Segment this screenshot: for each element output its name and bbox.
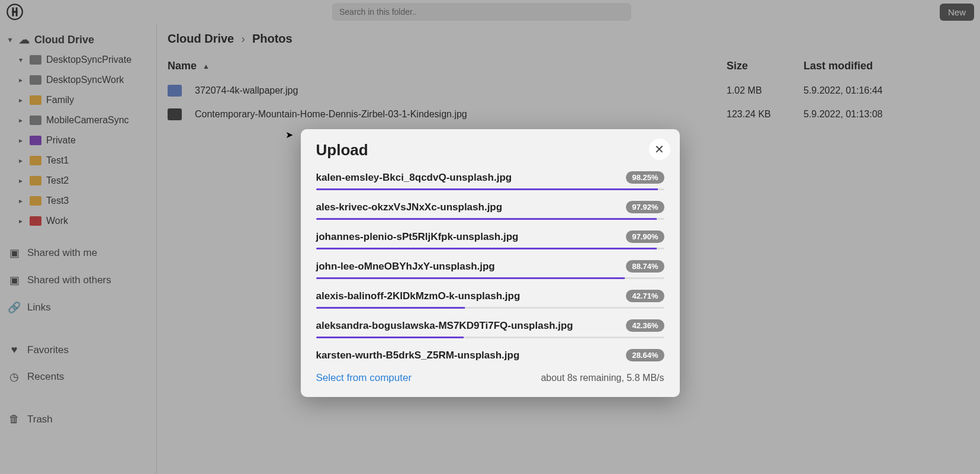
modal-title: Upload: [316, 141, 664, 159]
close-button[interactable]: ✕: [649, 139, 670, 160]
upload-item: ales-krivec-okzxVsJNxXc-unsplash.jpg97.9…: [316, 201, 664, 220]
modal-footer: Select from computer about 8s remaining,…: [316, 372, 664, 384]
upload-file-name: aleksandra-boguslawska-MS7KD9Ti7FQ-unspl…: [316, 320, 573, 332]
upload-list: kalen-emsley-Bkci_8qcdvQ-unsplash.jpg98.…: [316, 171, 664, 361]
upload-percent-badge: 97.92%: [626, 201, 664, 213]
upload-status: about 8s remaining, 5.8 MB/s: [541, 373, 664, 383]
progress-bar: [316, 188, 658, 190]
progress-bar: [316, 307, 465, 309]
select-from-computer-link[interactable]: Select from computer: [316, 372, 412, 384]
modal-overlay[interactable]: ✕ Upload kalen-emsley-Bkci_8qcdvQ-unspla…: [0, 0, 980, 474]
upload-file-name: alexis-balinoff-2KIDkMzmO-k-unsplash.jpg: [316, 290, 520, 302]
upload-file-name: john-lee-oMneOBYhJxY-unsplash.jpg: [316, 261, 495, 273]
progress-track: [316, 218, 664, 220]
upload-percent-badge: 42.36%: [626, 319, 664, 332]
progress-bar: [316, 337, 464, 338]
upload-item: kalen-emsley-Bkci_8qcdvQ-unsplash.jpg98.…: [316, 171, 664, 190]
upload-percent-badge: 42.71%: [626, 290, 664, 302]
upload-item: aleksandra-boguslawska-MS7KD9Ti7FQ-unspl…: [316, 319, 664, 338]
progress-bar: [316, 277, 625, 279]
upload-file-name: karsten-wurth-B5drkS_Z5RM-unsplash.jpg: [316, 350, 520, 361]
progress-track: [316, 188, 664, 190]
close-icon: ✕: [654, 142, 664, 156]
upload-percent-badge: 98.25%: [626, 171, 664, 184]
upload-modal: ✕ Upload kalen-emsley-Bkci_8qcdvQ-unspla…: [301, 129, 680, 397]
upload-percent-badge: 97.90%: [626, 230, 664, 243]
upload-item: alexis-balinoff-2KIDkMzmO-k-unsplash.jpg…: [316, 290, 664, 309]
upload-file-name: johannes-plenio-sPt5RljKfpk-unsplash.jpg: [316, 231, 519, 243]
upload-item: john-lee-oMneOBYhJxY-unsplash.jpg88.74%: [316, 260, 664, 279]
upload-file-name: kalen-emsley-Bkci_8qcdvQ-unsplash.jpg: [316, 172, 512, 184]
progress-track: [316, 248, 664, 249]
upload-file-name: ales-krivec-okzxVsJNxXc-unsplash.jpg: [316, 201, 503, 213]
progress-bar: [316, 248, 657, 249]
upload-item: johannes-plenio-sPt5RljKfpk-unsplash.jpg…: [316, 230, 664, 249]
upload-percent-badge: 28.64%: [626, 349, 664, 361]
upload-item: karsten-wurth-B5drkS_Z5RM-unsplash.jpg28…: [316, 349, 664, 361]
progress-bar: [316, 218, 657, 220]
upload-percent-badge: 88.74%: [626, 260, 664, 273]
progress-track: [316, 277, 664, 279]
progress-track: [316, 307, 664, 309]
progress-track: [316, 337, 664, 338]
